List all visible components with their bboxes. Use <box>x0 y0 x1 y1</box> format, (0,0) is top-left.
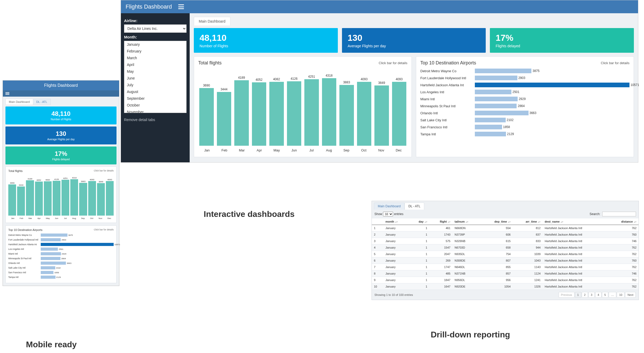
drill-column-header[interactable]: arr_time▴▾ <box>513 218 543 225</box>
hbar-row[interactable]: Salt Lake City Intl2102 <box>8 266 114 270</box>
pager-page[interactable]: 3 <box>588 292 595 298</box>
table-row[interactable]: 1January1461N668DN554812Hartsfield Jacks… <box>372 225 639 231</box>
drill-column-header[interactable]: dest_name▴▾ <box>543 218 608 225</box>
bar[interactable]: 4093 <box>88 178 96 216</box>
table-row[interactable]: 6January1269N308DE8071043Hartsfield Jack… <box>372 257 639 264</box>
month-option[interactable]: October <box>124 102 186 109</box>
month-option[interactable]: June <box>124 75 186 82</box>
month-option[interactable]: July <box>124 82 186 88</box>
table-row[interactable]: 10January11647N920DE10541326Hartsfield J… <box>372 283 639 290</box>
table-row[interactable]: 5January12047N935DL7541039Hartsfield Jac… <box>372 251 639 257</box>
bar[interactable]: 3849 <box>374 81 389 146</box>
hbar-row[interactable]: Salt Lake City Intl2102 <box>420 117 629 123</box>
bar[interactable]: 4251 <box>61 177 69 216</box>
mobile-top10-chart[interactable]: Detroit Metro Wayne Co3875Fort Lauderdal… <box>8 233 114 279</box>
month-option[interactable]: September <box>124 95 186 102</box>
bar[interactable]: 4093 <box>106 178 114 216</box>
drill-search-input[interactable] <box>602 212 636 216</box>
hbar-row[interactable]: Hartsfield Jackson Atlanta Int10571 <box>420 82 629 88</box>
drill-column-header[interactable]: tailnum▴▾ <box>453 218 481 225</box>
hbar-row[interactable]: Detroit Metro Wayne Co3875 <box>8 233 114 237</box>
remove-tabs-link[interactable]: Remove detail tabs <box>124 118 187 122</box>
bar[interactable]: 3849 <box>97 181 105 216</box>
table-row[interactable]: 9January11847N956DL9561241Hartsfield Jac… <box>372 277 639 283</box>
airline-select[interactable]: Delta Air Lines Inc. <box>124 24 187 33</box>
bar[interactable]: 4318 <box>70 177 78 216</box>
pager-page[interactable]: 10 <box>617 292 625 298</box>
table-row[interactable]: 2January11743N3739P606837Hartsfield Jack… <box>372 231 639 238</box>
hamburger-icon[interactable] <box>178 4 184 9</box>
mobile-hamburger-bar[interactable] <box>3 90 119 97</box>
bar[interactable]: 3690 <box>8 182 16 216</box>
drill-column-header[interactable] <box>372 218 383 225</box>
bar[interactable]: 4093 <box>357 77 372 146</box>
bar[interactable]: 4126 <box>53 178 60 216</box>
pager-page[interactable]: 1 <box>575 292 581 298</box>
drill-column-header[interactable]: flight▴▾ <box>429 218 453 225</box>
hbar-row[interactable]: Minneapolis St Paul Intl2864 <box>8 256 114 261</box>
pager-page[interactable]: 2 <box>582 292 588 298</box>
bar[interactable]: 3883 <box>339 81 354 146</box>
hbar-row[interactable]: San Francisco Intl1858 <box>420 124 629 130</box>
hbar-row[interactable]: Hartsfield Jackson Atlanta Int10571 <box>8 242 114 247</box>
drill-column-header[interactable]: day▴▾ <box>409 218 429 225</box>
bar[interactable]: 4093 <box>392 77 407 146</box>
hbar-row[interactable]: Miami Intl2929 <box>8 252 114 256</box>
table-row[interactable]: 3January1575N326NB615833Hartsfield Jacks… <box>372 238 639 244</box>
drill-page-size-select[interactable]: 10 <box>383 212 393 216</box>
table-row[interactable]: 7January11747N646DL8551143Hartsfield Jac… <box>372 264 639 270</box>
table-row[interactable]: 8January1485N371NB8571124Hartsfield Jack… <box>372 270 639 277</box>
bar[interactable]: 3444 <box>17 184 25 216</box>
hbar-row[interactable]: Orlando Intl3663 <box>8 261 114 265</box>
hbar-row[interactable]: Los Angeles Intl2501 <box>8 247 114 251</box>
bar[interactable]: 3444 <box>217 88 231 146</box>
bar[interactable]: 4126 <box>287 77 302 146</box>
valuebox-delayed: 17% Flights delayed <box>490 28 634 53</box>
drill-tab-dlatl[interactable]: DL - ATL <box>405 203 424 210</box>
hbar-row[interactable]: Fort Lauderdale Hollywood Intl2903 <box>420 75 629 81</box>
bar[interactable]: 4082 <box>269 77 284 146</box>
bar[interactable]: 3690 <box>199 84 214 146</box>
month-listbox[interactable]: JanuaryFebruaryMarchAprilMayJuneJulyAugu… <box>124 41 187 113</box>
drill-tab-main[interactable]: Main Dashboard <box>374 203 405 210</box>
month-option[interactable]: November <box>124 109 186 113</box>
hbar-row[interactable]: Orlando Intl3663 <box>420 110 629 116</box>
mobile-total-flights-chart[interactable]: 3690344441894052408241264251431838834093… <box>8 174 114 216</box>
bar[interactable]: 4052 <box>252 78 266 146</box>
month-option[interactable]: February <box>124 48 186 55</box>
bar[interactable]: 4318 <box>322 74 337 146</box>
bar[interactable]: 4189 <box>234 76 249 146</box>
bar[interactable]: 4082 <box>44 179 52 216</box>
pager-prev[interactable]: Previous <box>559 292 574 298</box>
drill-column-header[interactable]: distance▴▾ <box>608 218 639 225</box>
bar[interactable]: 4052 <box>35 179 43 216</box>
total-flights-chart[interactable]: 3690344441894052408241264251431838834093… <box>198 68 407 146</box>
mobile-tab-main[interactable]: Main Dashboard <box>5 99 33 105</box>
hbar-row[interactable]: Los Angeles Intl2501 <box>420 89 629 95</box>
hbar-row[interactable]: Fort Lauderdale Hollywood Intl2903 <box>8 238 114 242</box>
month-option[interactable]: January <box>124 41 186 48</box>
drill-column-header[interactable]: dep_time▴▾ <box>481 218 513 225</box>
hbar-row[interactable]: Tampa Intl2129 <box>8 275 114 279</box>
top10-chart[interactable]: Detroit Metro Wayne Co3875Fort Lauderdal… <box>420 68 629 137</box>
hbar-row[interactable]: Minneapolis St Paul Intl2864 <box>420 103 629 109</box>
hbar-row[interactable]: Tampa Intl2129 <box>420 131 629 137</box>
hbar-row[interactable]: San Francisco Intl1858 <box>8 270 114 275</box>
drill-column-header[interactable]: month▴▾ <box>383 218 409 225</box>
table-row[interactable]: 4January11547N6703D658944Hartsfield Jack… <box>372 244 639 251</box>
bar[interactable]: 3883 <box>79 180 87 216</box>
pager-next[interactable]: Next <box>625 292 636 298</box>
bar[interactable]: 4251 <box>304 75 319 146</box>
hbar-row[interactable]: Detroit Metro Wayne Co3875 <box>420 68 629 74</box>
pager-page[interactable]: 4 <box>595 292 601 298</box>
month-option[interactable]: May <box>124 68 186 75</box>
bar[interactable]: 4189 <box>26 178 34 216</box>
pager-page[interactable]: 5 <box>602 292 608 298</box>
month-option[interactable]: April <box>124 61 186 68</box>
mobile-tab-drill[interactable]: DL - ATL <box>33 99 51 105</box>
month-option[interactable]: August <box>124 88 186 95</box>
month-option[interactable]: March <box>124 55 186 61</box>
tab-main-dashboard[interactable]: Main Dashboard <box>194 17 230 25</box>
pager-page[interactable]: … <box>609 292 616 298</box>
hbar-row[interactable]: Miami Intl2929 <box>420 96 629 102</box>
